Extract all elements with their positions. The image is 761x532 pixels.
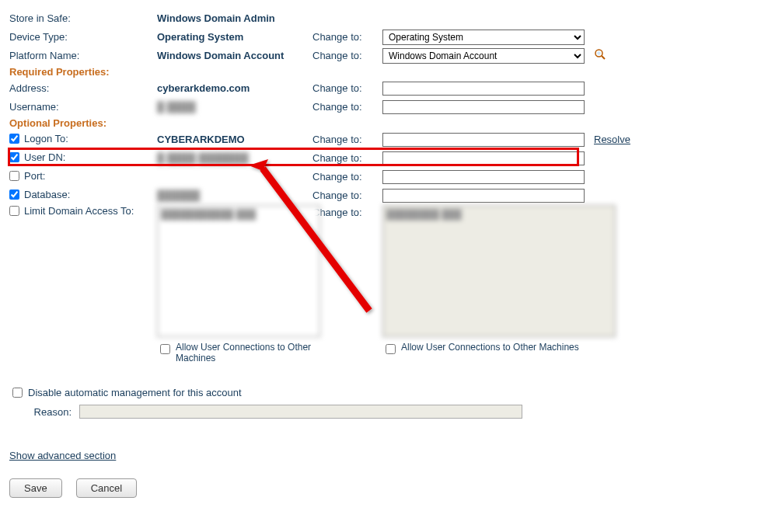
database-label: Database: <box>24 189 70 200</box>
port-label: Port: <box>24 170 45 182</box>
platform-name-value: Windows Domain Account <box>157 50 312 61</box>
magnify-icon[interactable] <box>594 48 606 61</box>
port-input[interactable] <box>382 170 585 184</box>
store-in-safe-value: Windows Domain Admin <box>157 12 312 24</box>
store-in-safe-label: Store in Safe: <box>9 12 157 24</box>
user-dn-value: █ ████ ███████ <box>157 152 312 164</box>
cancel-button[interactable]: Cancel <box>76 478 137 498</box>
limit-domain-label: Limit Domain Access To: <box>24 205 134 217</box>
logon-to-change-label: Change to: <box>312 134 382 145</box>
resolve-link[interactable]: Resolve <box>594 134 630 145</box>
logon-to-value: CYBERARKDEMO <box>157 134 312 145</box>
address-value: cyberarkdemo.com <box>157 82 312 94</box>
save-button[interactable]: Save <box>9 478 62 498</box>
device-type-value: Operating System <box>157 31 312 43</box>
address-label: Address: <box>9 82 157 94</box>
allow-connections-left-checkbox[interactable] <box>160 344 170 354</box>
required-properties-header: Required Properties: <box>9 66 752 78</box>
limit-domain-value-area: ███████████ ███ <box>157 205 320 337</box>
port-checkbox[interactable] <box>9 171 19 181</box>
allow-connections-right-label: Allow User Connections to Other Machines <box>401 342 579 353</box>
reason-input[interactable] <box>79 405 522 419</box>
user-dn-checkbox[interactable] <box>9 152 19 162</box>
limit-domain-input-area[interactable]: ████████ ███ <box>382 205 616 337</box>
database-value: ██████ <box>157 190 312 201</box>
device-type-select[interactable]: Operating System <box>382 30 585 45</box>
optional-properties-header: Optional Properties: <box>9 117 752 129</box>
user-dn-change-label: Change to: <box>312 152 382 164</box>
platform-name-change-label: Change to: <box>312 50 382 61</box>
platform-name-label: Platform Name: <box>9 50 157 61</box>
username-label: Username: <box>9 101 157 113</box>
database-input[interactable] <box>382 189 585 203</box>
logon-to-input[interactable] <box>382 133 585 147</box>
disable-auto-checkbox[interactable] <box>12 388 23 398</box>
user-dn-label: User DN: <box>24 151 65 163</box>
logon-to-label: Logon To: <box>24 133 68 144</box>
user-dn-input[interactable] <box>382 151 585 165</box>
platform-name-select[interactable]: Windows Domain Account <box>382 48 585 64</box>
svg-line-1 <box>602 56 605 59</box>
limit-domain-checkbox[interactable] <box>9 206 19 216</box>
address-change-label: Change to: <box>312 82 382 94</box>
disable-auto-label: Disable automatic management for this ac… <box>28 387 242 398</box>
allow-connections-left-label: Allow User Connections to Other Machines <box>176 342 320 363</box>
reason-label: Reason: <box>9 406 79 418</box>
database-change-label: Change to: <box>312 190 382 201</box>
username-change-label: Change to: <box>312 101 382 113</box>
database-checkbox[interactable] <box>9 190 19 200</box>
port-change-label: Change to: <box>312 171 382 183</box>
username-input[interactable] <box>382 100 585 114</box>
device-type-label: Device Type: <box>9 31 157 43</box>
limit-domain-change-label: Change to: <box>312 205 382 218</box>
svg-point-2 <box>597 51 600 54</box>
show-advanced-link[interactable]: Show advanced section <box>9 450 116 461</box>
address-input[interactable] <box>382 82 585 96</box>
device-type-change-label: Change to: <box>312 31 382 43</box>
logon-to-checkbox[interactable] <box>9 134 19 144</box>
username-value: █ ████ <box>157 101 312 113</box>
allow-connections-right-checkbox[interactable] <box>386 344 396 354</box>
